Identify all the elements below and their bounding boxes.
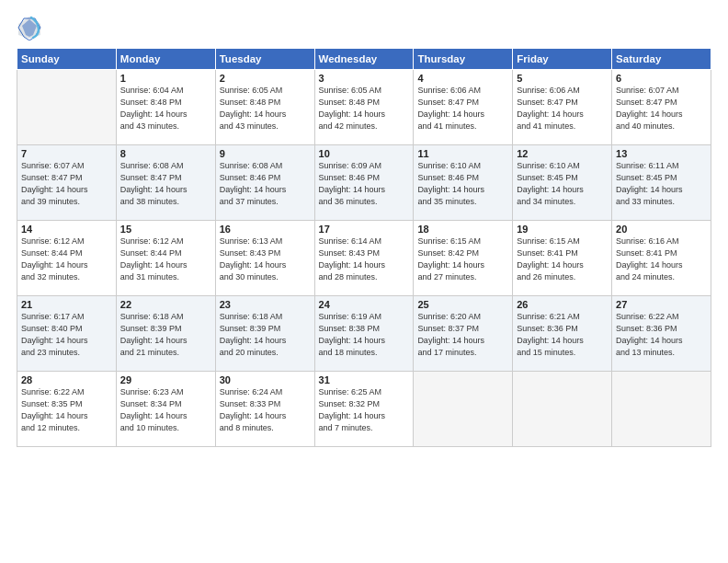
- day-info: Sunrise: 6:07 AMSunset: 8:47 PMDaylight:…: [616, 85, 707, 132]
- day-number: 3: [319, 73, 410, 84]
- day-number: 4: [417, 73, 508, 84]
- day-info: Sunrise: 6:25 AMSunset: 8:32 PMDaylight:…: [319, 386, 410, 434]
- day-info: Sunrise: 6:08 AMSunset: 8:46 PMDaylight:…: [220, 160, 311, 208]
- calendar-week-row: 21Sunrise: 6:17 AMSunset: 8:40 PMDayligh…: [17, 296, 711, 372]
- calendar-day-cell: [612, 372, 711, 447]
- page: SundayMondayTuesdayWednesdayThursdayFrid…: [0, 0, 728, 563]
- day-number: 5: [517, 73, 608, 84]
- day-info: Sunrise: 6:19 AMSunset: 8:38 PMDaylight:…: [319, 311, 410, 359]
- day-number: 9: [220, 148, 311, 159]
- weekday-header: Wednesday: [314, 49, 414, 70]
- day-info: Sunrise: 6:23 AMSunset: 8:34 PMDaylight:…: [120, 386, 211, 434]
- calendar-day-cell: 7Sunrise: 6:07 AMSunset: 8:47 PMDaylight…: [17, 145, 117, 221]
- day-number: 10: [319, 148, 410, 159]
- header: [17, 15, 711, 40]
- calendar-day-cell: 1Sunrise: 6:04 AMSunset: 8:48 PMDaylight…: [116, 70, 215, 145]
- calendar-day-cell: 13Sunrise: 6:11 AMSunset: 8:45 PMDayligh…: [612, 145, 711, 221]
- day-info: Sunrise: 6:17 AMSunset: 8:40 PMDaylight:…: [21, 311, 112, 359]
- day-info: Sunrise: 6:04 AMSunset: 8:48 PMDaylight:…: [120, 85, 211, 132]
- calendar-day-cell: [17, 70, 117, 145]
- day-info: Sunrise: 6:15 AMSunset: 8:41 PMDaylight:…: [517, 236, 608, 283]
- calendar-day-cell: 23Sunrise: 6:18 AMSunset: 8:39 PMDayligh…: [215, 296, 314, 372]
- calendar-day-cell: 10Sunrise: 6:09 AMSunset: 8:46 PMDayligh…: [314, 145, 414, 221]
- calendar-table: SundayMondayTuesdayWednesdayThursdayFrid…: [17, 48, 711, 447]
- day-number: 18: [417, 224, 508, 235]
- day-number: 24: [319, 299, 410, 310]
- day-info: Sunrise: 6:15 AMSunset: 8:42 PMDaylight:…: [417, 236, 508, 283]
- calendar-day-cell: 27Sunrise: 6:22 AMSunset: 8:36 PMDayligh…: [612, 296, 711, 372]
- calendar-day-cell: 16Sunrise: 6:13 AMSunset: 8:43 PMDayligh…: [215, 221, 314, 296]
- calendar-day-cell: 29Sunrise: 6:23 AMSunset: 8:34 PMDayligh…: [116, 372, 215, 447]
- day-number: 14: [21, 224, 112, 235]
- calendar-day-cell: 5Sunrise: 6:06 AMSunset: 8:47 PMDaylight…: [513, 70, 612, 145]
- day-info: Sunrise: 6:11 AMSunset: 8:45 PMDaylight:…: [616, 160, 707, 208]
- day-number: 17: [319, 224, 410, 235]
- day-number: 29: [120, 374, 211, 385]
- day-info: Sunrise: 6:18 AMSunset: 8:39 PMDaylight:…: [120, 311, 211, 359]
- calendar-week-row: 14Sunrise: 6:12 AMSunset: 8:44 PMDayligh…: [17, 221, 711, 296]
- day-info: Sunrise: 6:05 AMSunset: 8:48 PMDaylight:…: [220, 85, 311, 132]
- day-info: Sunrise: 6:08 AMSunset: 8:47 PMDaylight:…: [120, 160, 211, 208]
- calendar-day-cell: 24Sunrise: 6:19 AMSunset: 8:38 PMDayligh…: [314, 296, 414, 372]
- day-number: 28: [21, 374, 112, 385]
- weekday-header: Saturday: [612, 49, 711, 70]
- day-info: Sunrise: 6:13 AMSunset: 8:43 PMDaylight:…: [220, 236, 311, 283]
- day-number: 30: [220, 374, 311, 385]
- calendar-day-cell: [513, 372, 612, 447]
- calendar-day-cell: 26Sunrise: 6:21 AMSunset: 8:36 PMDayligh…: [513, 296, 612, 372]
- calendar-day-cell: 8Sunrise: 6:08 AMSunset: 8:47 PMDaylight…: [116, 145, 215, 221]
- day-info: Sunrise: 6:24 AMSunset: 8:33 PMDaylight:…: [220, 386, 311, 434]
- calendar-day-cell: 11Sunrise: 6:10 AMSunset: 8:46 PMDayligh…: [414, 145, 513, 221]
- day-info: Sunrise: 6:22 AMSunset: 8:35 PMDaylight:…: [21, 386, 112, 434]
- day-info: Sunrise: 6:12 AMSunset: 8:44 PMDaylight:…: [21, 236, 112, 283]
- calendar-day-cell: 30Sunrise: 6:24 AMSunset: 8:33 PMDayligh…: [215, 372, 314, 447]
- day-number: 6: [616, 73, 707, 84]
- calendar-day-cell: 28Sunrise: 6:22 AMSunset: 8:35 PMDayligh…: [17, 372, 117, 447]
- weekday-header: Tuesday: [215, 49, 314, 70]
- weekday-header: Friday: [513, 49, 612, 70]
- day-number: 16: [220, 224, 311, 235]
- calendar-day-cell: 4Sunrise: 6:06 AMSunset: 8:47 PMDaylight…: [414, 70, 513, 145]
- calendar-day-cell: 31Sunrise: 6:25 AMSunset: 8:32 PMDayligh…: [314, 372, 414, 447]
- day-number: 25: [417, 299, 508, 310]
- weekday-header: Monday: [116, 49, 215, 70]
- day-number: 7: [21, 148, 112, 159]
- calendar-day-cell: 3Sunrise: 6:05 AMSunset: 8:48 PMDaylight…: [314, 70, 414, 145]
- day-info: Sunrise: 6:12 AMSunset: 8:44 PMDaylight:…: [120, 236, 211, 283]
- day-info: Sunrise: 6:06 AMSunset: 8:47 PMDaylight:…: [417, 85, 508, 132]
- weekday-header: Sunday: [17, 49, 117, 70]
- day-number: 8: [120, 148, 211, 159]
- calendar-week-row: 28Sunrise: 6:22 AMSunset: 8:35 PMDayligh…: [17, 372, 711, 447]
- calendar-header-row: SundayMondayTuesdayWednesdayThursdayFrid…: [17, 49, 711, 70]
- day-number: 27: [616, 299, 707, 310]
- calendar-day-cell: 20Sunrise: 6:16 AMSunset: 8:41 PMDayligh…: [612, 221, 711, 296]
- day-number: 12: [517, 148, 608, 159]
- day-info: Sunrise: 6:05 AMSunset: 8:48 PMDaylight:…: [319, 85, 410, 132]
- day-number: 11: [417, 148, 508, 159]
- calendar-day-cell: 19Sunrise: 6:15 AMSunset: 8:41 PMDayligh…: [513, 221, 612, 296]
- calendar-day-cell: 22Sunrise: 6:18 AMSunset: 8:39 PMDayligh…: [116, 296, 215, 372]
- day-number: 2: [220, 73, 311, 84]
- calendar-day-cell: [414, 372, 513, 447]
- logo-icon: [17, 15, 42, 40]
- calendar-day-cell: 15Sunrise: 6:12 AMSunset: 8:44 PMDayligh…: [116, 221, 215, 296]
- day-info: Sunrise: 6:09 AMSunset: 8:46 PMDaylight:…: [319, 160, 410, 208]
- day-info: Sunrise: 6:18 AMSunset: 8:39 PMDaylight:…: [220, 311, 311, 359]
- day-number: 22: [120, 299, 211, 310]
- day-info: Sunrise: 6:16 AMSunset: 8:41 PMDaylight:…: [616, 236, 707, 283]
- day-info: Sunrise: 6:21 AMSunset: 8:36 PMDaylight:…: [517, 311, 608, 359]
- day-number: 15: [120, 224, 211, 235]
- day-number: 13: [616, 148, 707, 159]
- day-number: 23: [220, 299, 311, 310]
- day-info: Sunrise: 6:14 AMSunset: 8:43 PMDaylight:…: [319, 236, 410, 283]
- calendar-day-cell: 9Sunrise: 6:08 AMSunset: 8:46 PMDaylight…: [215, 145, 314, 221]
- day-info: Sunrise: 6:20 AMSunset: 8:37 PMDaylight:…: [417, 311, 508, 359]
- calendar-day-cell: 25Sunrise: 6:20 AMSunset: 8:37 PMDayligh…: [414, 296, 513, 372]
- day-number: 26: [517, 299, 608, 310]
- calendar-week-row: 1Sunrise: 6:04 AMSunset: 8:48 PMDaylight…: [17, 70, 711, 145]
- calendar-day-cell: 17Sunrise: 6:14 AMSunset: 8:43 PMDayligh…: [314, 221, 414, 296]
- day-info: Sunrise: 6:07 AMSunset: 8:47 PMDaylight:…: [21, 160, 112, 208]
- calendar-day-cell: 2Sunrise: 6:05 AMSunset: 8:48 PMDaylight…: [215, 70, 314, 145]
- calendar-day-cell: 14Sunrise: 6:12 AMSunset: 8:44 PMDayligh…: [17, 221, 117, 296]
- calendar-day-cell: 12Sunrise: 6:10 AMSunset: 8:45 PMDayligh…: [513, 145, 612, 221]
